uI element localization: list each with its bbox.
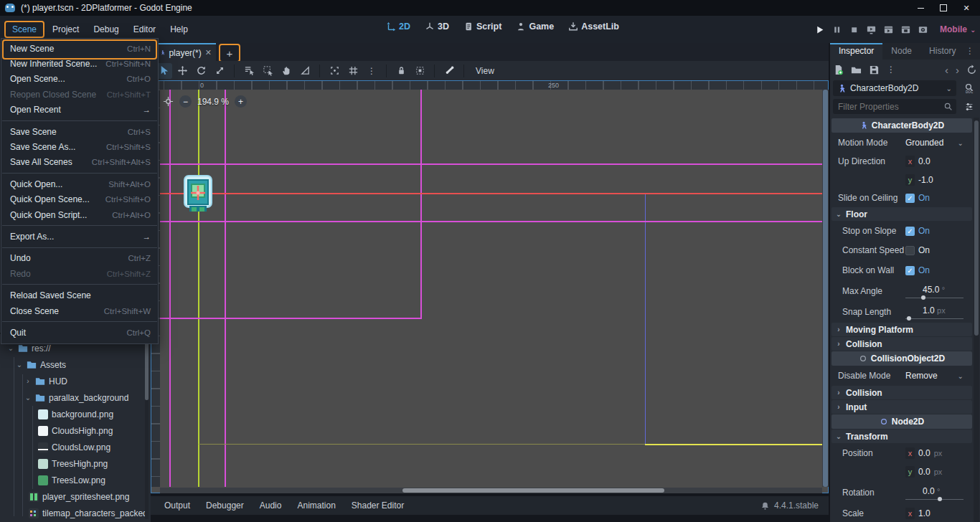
section-collision-2[interactable]: › Collision bbox=[831, 386, 972, 399]
scrollbar-vertical[interactable] bbox=[822, 90, 829, 487]
profile-dropdown[interactable]: Mobile ⌄ bbox=[940, 24, 976, 34]
menu-editor[interactable]: Editor bbox=[127, 22, 162, 37]
scene-tab-player[interactable]: player(*) ✕ bbox=[156, 43, 216, 61]
save-resource-button[interactable] bbox=[869, 65, 880, 75]
snap-options-button[interactable]: ⋮ bbox=[363, 63, 380, 79]
player-sprite[interactable] bbox=[182, 174, 215, 213]
section-transform[interactable]: ⌄ Transform bbox=[831, 430, 972, 443]
play-button[interactable] bbox=[811, 22, 828, 37]
workspace-2d[interactable]: 2D bbox=[386, 22, 410, 32]
tree-item-assets[interactable]: ⌄ Assets bbox=[0, 356, 151, 373]
menu-item-undo[interactable]: Undo Ctrl+Z bbox=[1, 251, 158, 266]
region-select-tool-button[interactable] bbox=[259, 63, 276, 79]
workspace-script[interactable]: Script bbox=[463, 22, 501, 32]
checkbox-slide-on-ceiling[interactable]: ✓ bbox=[905, 194, 915, 203]
bottom-tab-debugger[interactable]: Debugger bbox=[199, 498, 250, 513]
slider-handle[interactable] bbox=[921, 295, 925, 300]
inspector-scrollbar[interactable] bbox=[974, 118, 979, 522]
menu-help[interactable]: Help bbox=[164, 22, 194, 37]
history-forward-button[interactable]: › bbox=[956, 64, 959, 76]
bottom-tab-animation[interactable]: Animation bbox=[291, 498, 341, 513]
ruler-tool-button[interactable] bbox=[296, 63, 314, 79]
stop-button[interactable] bbox=[845, 22, 862, 37]
remote-debug-button[interactable] bbox=[862, 22, 880, 37]
filesystem-scrollbar[interactable] bbox=[145, 337, 149, 519]
section-collision[interactable]: › Collision bbox=[831, 337, 972, 351]
menu-item-quit[interactable]: Quit Ctrl+Q bbox=[1, 325, 158, 340]
caret-closed-icon[interactable]: › bbox=[24, 377, 32, 385]
section-input[interactable]: › Input bbox=[831, 400, 972, 414]
snap-length-slider[interactable]: 1.0 px bbox=[905, 305, 972, 319]
bottom-tab-output[interactable]: Output bbox=[158, 498, 197, 513]
smart-snap-button[interactable] bbox=[326, 63, 343, 79]
scale-x-input[interactable]: 1.0 bbox=[918, 508, 930, 518]
2d-viewport[interactable]: 0 250 bbox=[151, 80, 829, 493]
menu-item-open-recent[interactable]: Open Recent → bbox=[1, 103, 158, 118]
slider-handle[interactable] bbox=[907, 316, 911, 321]
zoom-percent-label[interactable]: 194.9 % bbox=[197, 97, 229, 107]
tab-close-icon[interactable]: ✕ bbox=[205, 48, 212, 57]
object-history-button[interactable] bbox=[966, 65, 977, 75]
checkbox-stop-on-slope[interactable]: ✓ bbox=[905, 227, 915, 236]
group-selected-button[interactable] bbox=[411, 63, 428, 79]
bottom-tab-audio[interactable]: Audio bbox=[253, 498, 288, 513]
disable-mode-dropdown[interactable]: Remove⌄ bbox=[905, 371, 963, 381]
pan-tool-button[interactable] bbox=[278, 63, 295, 79]
up-direction-x-input[interactable]: 0.0 bbox=[918, 156, 930, 166]
load-resource-button[interactable] bbox=[851, 65, 862, 75]
dock-options-button[interactable]: ⋮ bbox=[966, 43, 980, 60]
play-scene-button[interactable] bbox=[880, 22, 897, 37]
caret-open-icon[interactable]: ⌄ bbox=[7, 344, 14, 352]
new-resource-button[interactable] bbox=[833, 65, 844, 75]
open-docs-button[interactable]: DOC bbox=[961, 80, 978, 96]
filter-properties-input[interactable] bbox=[837, 101, 943, 113]
class-header-node2d[interactable]: Node2D bbox=[831, 414, 972, 429]
position-x-input[interactable]: 0.0 bbox=[918, 448, 930, 458]
minimize-button[interactable] bbox=[915, 3, 925, 13]
close-button[interactable]: ✕ bbox=[961, 3, 971, 13]
position-y-input[interactable]: 0.0 bbox=[918, 467, 930, 477]
scrollbar-handle[interactable] bbox=[974, 120, 979, 336]
menu-item-quick-open-script[interactable]: Quick Open Script... Ctrl+Alt+O bbox=[1, 207, 158, 222]
menu-item-quick-open[interactable]: Quick Open... Shift+Alt+O bbox=[1, 176, 158, 191]
menu-item-reload-saved-scene[interactable]: Reload Saved Scene bbox=[1, 288, 158, 303]
menu-item-export-as[interactable]: Export As... → bbox=[1, 229, 158, 244]
tab-history[interactable]: History bbox=[920, 43, 964, 60]
class-header-collisionobject2d[interactable]: CollisionObject2D bbox=[831, 351, 972, 366]
menu-item-new-scene[interactable]: New Scene Ctrl+N bbox=[1, 41, 158, 56]
section-moving-platform[interactable]: › Moving Platform bbox=[831, 323, 972, 336]
notification-bell-icon[interactable] bbox=[760, 501, 770, 511]
tab-inspector[interactable]: Inspector bbox=[830, 43, 882, 60]
zoom-in-button[interactable]: + bbox=[235, 95, 247, 108]
menu-item-quick-open-scene[interactable]: Quick Open Scene... Ctrl+Shift+O bbox=[1, 192, 158, 207]
workspace-3d[interactable]: 3D bbox=[425, 22, 449, 32]
motion-mode-dropdown[interactable]: Grounded⌄ bbox=[905, 138, 963, 148]
menu-item-save-scene[interactable]: Save Scene Ctrl+S bbox=[1, 124, 158, 139]
up-direction-y-input[interactable]: -1.0 bbox=[918, 175, 933, 185]
movie-maker-button[interactable] bbox=[914, 22, 931, 37]
node-selector[interactable]: CharacterBody2D ⌄ bbox=[833, 80, 956, 96]
checkbox-block-on-wall[interactable]: ✓ bbox=[905, 266, 915, 275]
menu-item-close-scene[interactable]: Close Scene Ctrl+Shift+W bbox=[1, 303, 158, 318]
caret-open-icon[interactable]: ⌄ bbox=[24, 394, 32, 402]
scrollbar-handle[interactable] bbox=[402, 488, 664, 493]
menu-scene[interactable]: Scene bbox=[4, 21, 44, 38]
menu-item-open-scene[interactable]: Open Scene... Ctrl+O bbox=[1, 72, 158, 87]
caret-open-icon[interactable]: ⌄ bbox=[16, 361, 23, 369]
lock-selected-button[interactable] bbox=[392, 63, 410, 79]
section-floor[interactable]: ⌄ Floor bbox=[831, 207, 972, 221]
grid-snap-button[interactable] bbox=[344, 63, 362, 79]
play-custom-scene-button[interactable] bbox=[897, 22, 914, 37]
slider-handle[interactable] bbox=[938, 497, 942, 501]
tab-node[interactable]: Node bbox=[882, 43, 920, 60]
checkbox-constant-speed[interactable] bbox=[905, 246, 915, 255]
menu-item-save-scene-as[interactable]: Save Scene As... Ctrl+Shift+S bbox=[1, 139, 158, 154]
scale-tool-button[interactable] bbox=[211, 63, 228, 79]
workspace-game[interactable]: Game bbox=[516, 22, 554, 32]
menu-item-new-inherited-scene[interactable]: New Inherited Scene... Ctrl+Shift+N bbox=[1, 56, 158, 71]
resource-options-button[interactable]: ⋮ bbox=[887, 65, 895, 75]
class-header-characterbody2d[interactable]: CharacterBody2D bbox=[831, 118, 972, 133]
scrollbar-handle[interactable] bbox=[823, 90, 828, 487]
menu-item-save-all-scenes[interactable]: Save All Scenes Ctrl+Shift+Alt+S bbox=[1, 155, 158, 170]
max-angle-slider[interactable]: 45.0 ° bbox=[905, 285, 972, 298]
